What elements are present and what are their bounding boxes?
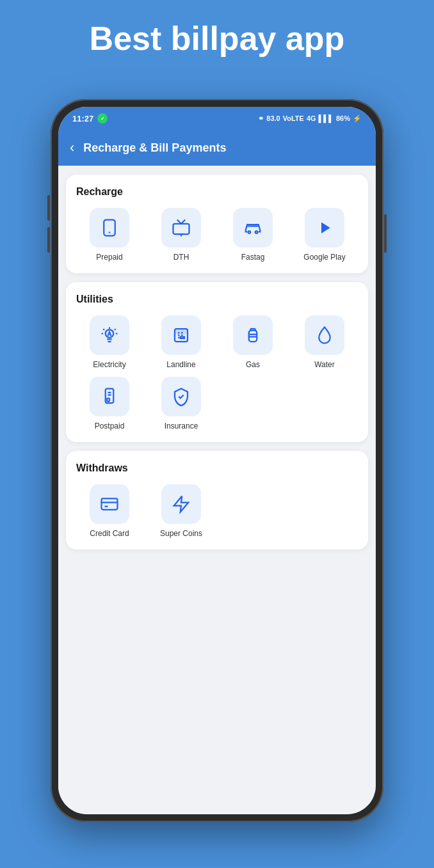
bluetooth-icon: ⚭ xyxy=(258,114,264,123)
withdraws-section: Withdraws Credit Card xyxy=(66,451,368,549)
shield-icon xyxy=(172,387,191,406)
landline-item[interactable]: Landline xyxy=(148,315,214,369)
super-coins-icon-box xyxy=(161,484,201,524)
volume-up-button xyxy=(47,195,50,221)
prepaid-item[interactable]: Prepaid xyxy=(76,208,143,262)
svg-rect-21 xyxy=(181,337,184,339)
postpaid-label: Postpaid xyxy=(95,422,125,430)
withdraws-title: Withdraws xyxy=(76,462,358,474)
google-play-item[interactable]: Google Play xyxy=(291,208,358,262)
svg-point-6 xyxy=(255,231,258,233)
insurance-label: Insurance xyxy=(165,422,198,430)
battery-charging-icon: ⚡ xyxy=(353,114,362,123)
recharge-grid: Prepaid DTH xyxy=(76,208,358,262)
insurance-icon-box xyxy=(161,377,201,416)
svg-rect-23 xyxy=(249,331,257,342)
credit-card-icon-box xyxy=(90,484,129,524)
svg-line-9 xyxy=(103,329,104,330)
creditcard-icon xyxy=(100,494,119,514)
page-headline: Best billpay app xyxy=(0,0,434,58)
landline-icon xyxy=(172,326,191,345)
lightning-icon xyxy=(172,494,191,514)
gas-label: Gas xyxy=(246,360,260,369)
data-speed: 83.0 xyxy=(266,114,280,122)
signal-bars: ▌▌▌ xyxy=(319,114,334,122)
svg-rect-32 xyxy=(107,398,109,402)
postpaid-icon-box xyxy=(90,377,129,416)
background: Best billpay app xyxy=(0,0,434,58)
electricity-label: Electricity xyxy=(93,360,125,369)
water-label: Water xyxy=(314,360,335,369)
battery-level: 86% xyxy=(336,114,350,122)
water-item[interactable]: Water xyxy=(291,315,358,369)
svg-rect-2 xyxy=(173,224,189,234)
utilities-title: Utilities xyxy=(76,294,358,305)
phone-body: 11:27 ✓ ⚭ 83.0 VoLTE 4G ▌▌▌ 86% ⚡ ‹ Rech… xyxy=(51,99,383,822)
status-left: 11:27 ✓ xyxy=(72,113,108,123)
credit-card-label: Credit Card xyxy=(90,529,129,538)
recharge-title: Recharge xyxy=(76,186,358,198)
back-button[interactable]: ‹ xyxy=(70,139,74,156)
electricity-icon-box xyxy=(90,315,129,355)
electricity-item[interactable]: Electricity xyxy=(76,315,143,369)
status-right: ⚭ 83.0 VoLTE 4G ▌▌▌ 86% ⚡ xyxy=(258,114,362,123)
dth-label: DTH xyxy=(173,253,189,262)
status-time: 11:27 xyxy=(72,114,93,123)
gas-icon-box xyxy=(233,315,273,355)
landline-icon-box xyxy=(161,315,201,355)
main-content: Recharge Prepaid xyxy=(58,166,376,814)
gas-icon xyxy=(243,326,262,345)
postpaid-item[interactable]: Postpaid xyxy=(76,377,143,430)
svg-line-10 xyxy=(115,329,116,330)
bulb-icon xyxy=(100,326,119,345)
utilities-grid-row1: Electricity xyxy=(76,315,358,369)
withdraws-grid: Credit Card Super Coins xyxy=(76,484,358,538)
recharge-section: Recharge Prepaid xyxy=(66,175,368,273)
app-bar-title: Recharge & Bill Payments xyxy=(83,141,226,155)
postpaid-icon xyxy=(100,387,119,406)
fastag-item[interactable]: Fastag xyxy=(220,208,286,262)
whatsapp-icon: ✓ xyxy=(97,113,108,123)
super-coins-item[interactable]: Super Coins xyxy=(148,484,214,538)
utilities-grid-row2: Postpaid Insurance xyxy=(76,377,358,430)
water-icon xyxy=(315,326,334,345)
car-icon xyxy=(243,218,262,237)
volume-down-button xyxy=(47,227,50,253)
phone-screen: 11:27 ✓ ⚭ 83.0 VoLTE 4G ▌▌▌ 86% ⚡ ‹ Rech… xyxy=(58,107,376,814)
phone-icon xyxy=(100,218,119,237)
status-bar: 11:27 ✓ ⚭ 83.0 VoLTE 4G ▌▌▌ 86% ⚡ xyxy=(58,107,376,130)
credit-card-item[interactable]: Credit Card xyxy=(76,484,143,538)
google-play-label: Google Play xyxy=(303,253,345,262)
svg-point-5 xyxy=(248,231,251,233)
utilities-section: Utilities xyxy=(66,282,368,442)
play-icon xyxy=(315,218,334,237)
tv-icon xyxy=(172,218,191,237)
fastag-icon-box xyxy=(233,208,273,248)
dth-item[interactable]: DTH xyxy=(148,208,214,262)
svg-rect-22 xyxy=(175,331,187,334)
app-bar: ‹ Recharge & Bill Payments xyxy=(58,130,376,166)
network-4g: 4G xyxy=(307,114,316,122)
insurance-item[interactable]: Insurance xyxy=(148,377,214,430)
google-play-icon-box xyxy=(305,208,344,248)
gas-item[interactable]: Gas xyxy=(220,315,286,369)
power-button xyxy=(384,214,387,253)
water-icon-box xyxy=(305,315,344,355)
phone-mockup: 11:27 ✓ ⚭ 83.0 VoLTE 4G ▌▌▌ 86% ⚡ ‹ Rech… xyxy=(51,99,383,822)
prepaid-label: Prepaid xyxy=(96,253,122,262)
fastag-label: Fastag xyxy=(241,253,265,262)
prepaid-icon-box xyxy=(90,208,129,248)
svg-rect-33 xyxy=(102,498,118,510)
dth-icon-box xyxy=(161,208,201,248)
landline-label: Landline xyxy=(166,360,195,369)
volte-icon: VoLTE xyxy=(283,114,304,122)
super-coins-label: Super Coins xyxy=(160,529,202,538)
